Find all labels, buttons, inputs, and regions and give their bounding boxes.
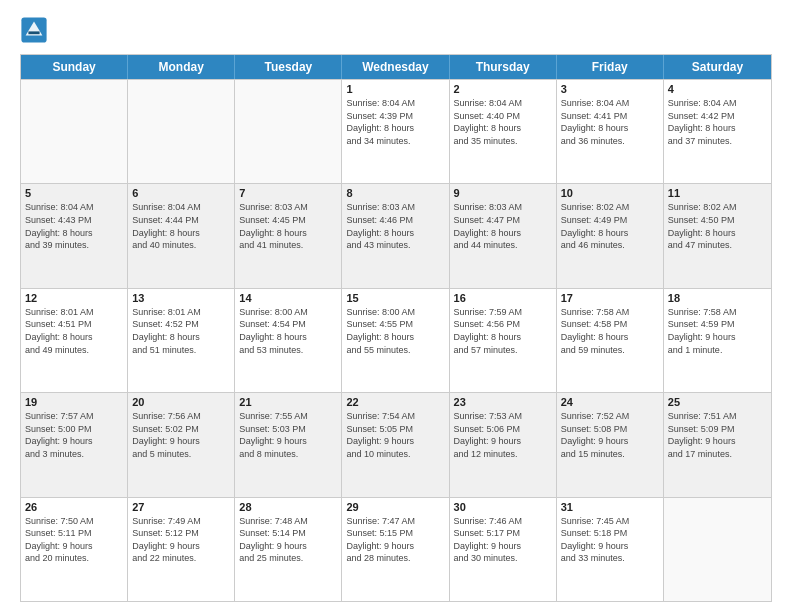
day-number: 18 [668,292,767,304]
day-number: 17 [561,292,659,304]
day-info: Sunrise: 8:02 AM Sunset: 4:50 PM Dayligh… [668,201,767,251]
day-info: Sunrise: 8:01 AM Sunset: 4:51 PM Dayligh… [25,306,123,356]
cal-cell: 15Sunrise: 8:00 AM Sunset: 4:55 PM Dayli… [342,289,449,392]
day-info: Sunrise: 7:59 AM Sunset: 4:56 PM Dayligh… [454,306,552,356]
day-number: 11 [668,187,767,199]
day-number: 2 [454,83,552,95]
cal-cell: 9Sunrise: 8:03 AM Sunset: 4:47 PM Daylig… [450,184,557,287]
day-info: Sunrise: 7:55 AM Sunset: 5:03 PM Dayligh… [239,410,337,460]
day-info: Sunrise: 8:04 AM Sunset: 4:40 PM Dayligh… [454,97,552,147]
cal-cell: 26Sunrise: 7:50 AM Sunset: 5:11 PM Dayli… [21,498,128,601]
cal-cell: 22Sunrise: 7:54 AM Sunset: 5:05 PM Dayli… [342,393,449,496]
weekday-header-thursday: Thursday [450,55,557,79]
cal-cell: 19Sunrise: 7:57 AM Sunset: 5:00 PM Dayli… [21,393,128,496]
cal-cell: 14Sunrise: 8:00 AM Sunset: 4:54 PM Dayli… [235,289,342,392]
day-info: Sunrise: 7:47 AM Sunset: 5:15 PM Dayligh… [346,515,444,565]
page: SundayMondayTuesdayWednesdayThursdayFrid… [0,0,792,612]
day-info: Sunrise: 8:04 AM Sunset: 4:41 PM Dayligh… [561,97,659,147]
calendar-body: 1Sunrise: 8:04 AM Sunset: 4:39 PM Daylig… [21,79,771,601]
cal-cell: 28Sunrise: 7:48 AM Sunset: 5:14 PM Dayli… [235,498,342,601]
cal-cell: 1Sunrise: 8:04 AM Sunset: 4:39 PM Daylig… [342,80,449,183]
cal-cell: 8Sunrise: 8:03 AM Sunset: 4:46 PM Daylig… [342,184,449,287]
day-info: Sunrise: 8:00 AM Sunset: 4:55 PM Dayligh… [346,306,444,356]
cal-cell: 3Sunrise: 8:04 AM Sunset: 4:41 PM Daylig… [557,80,664,183]
day-number: 16 [454,292,552,304]
cal-cell [235,80,342,183]
cal-cell: 20Sunrise: 7:56 AM Sunset: 5:02 PM Dayli… [128,393,235,496]
day-info: Sunrise: 8:04 AM Sunset: 4:39 PM Dayligh… [346,97,444,147]
day-info: Sunrise: 7:48 AM Sunset: 5:14 PM Dayligh… [239,515,337,565]
day-number: 15 [346,292,444,304]
cal-row-1: 1Sunrise: 8:04 AM Sunset: 4:39 PM Daylig… [21,79,771,183]
cal-cell [664,498,771,601]
day-info: Sunrise: 8:03 AM Sunset: 4:45 PM Dayligh… [239,201,337,251]
day-info: Sunrise: 7:45 AM Sunset: 5:18 PM Dayligh… [561,515,659,565]
day-info: Sunrise: 7:56 AM Sunset: 5:02 PM Dayligh… [132,410,230,460]
cal-cell: 29Sunrise: 7:47 AM Sunset: 5:15 PM Dayli… [342,498,449,601]
day-number: 27 [132,501,230,513]
svg-rect-2 [28,31,39,34]
weekday-header-monday: Monday [128,55,235,79]
calendar-header: SundayMondayTuesdayWednesdayThursdayFrid… [21,55,771,79]
weekday-header-sunday: Sunday [21,55,128,79]
cal-cell [21,80,128,183]
day-number: 10 [561,187,659,199]
day-info: Sunrise: 8:03 AM Sunset: 4:47 PM Dayligh… [454,201,552,251]
day-number: 22 [346,396,444,408]
day-info: Sunrise: 8:00 AM Sunset: 4:54 PM Dayligh… [239,306,337,356]
calendar: SundayMondayTuesdayWednesdayThursdayFrid… [20,54,772,602]
cal-cell: 30Sunrise: 7:46 AM Sunset: 5:17 PM Dayli… [450,498,557,601]
day-number: 8 [346,187,444,199]
day-info: Sunrise: 8:01 AM Sunset: 4:52 PM Dayligh… [132,306,230,356]
day-info: Sunrise: 7:58 AM Sunset: 4:58 PM Dayligh… [561,306,659,356]
cal-row-2: 5Sunrise: 8:04 AM Sunset: 4:43 PM Daylig… [21,183,771,287]
day-number: 21 [239,396,337,408]
day-number: 30 [454,501,552,513]
day-info: Sunrise: 8:04 AM Sunset: 4:42 PM Dayligh… [668,97,767,147]
day-number: 4 [668,83,767,95]
day-number: 23 [454,396,552,408]
day-number: 14 [239,292,337,304]
day-info: Sunrise: 8:02 AM Sunset: 4:49 PM Dayligh… [561,201,659,251]
weekday-header-friday: Friday [557,55,664,79]
day-info: Sunrise: 7:46 AM Sunset: 5:17 PM Dayligh… [454,515,552,565]
day-number: 25 [668,396,767,408]
cal-cell: 27Sunrise: 7:49 AM Sunset: 5:12 PM Dayli… [128,498,235,601]
day-info: Sunrise: 8:04 AM Sunset: 4:43 PM Dayligh… [25,201,123,251]
day-info: Sunrise: 7:52 AM Sunset: 5:08 PM Dayligh… [561,410,659,460]
day-info: Sunrise: 7:49 AM Sunset: 5:12 PM Dayligh… [132,515,230,565]
day-number: 5 [25,187,123,199]
cal-cell: 4Sunrise: 8:04 AM Sunset: 4:42 PM Daylig… [664,80,771,183]
day-number: 29 [346,501,444,513]
day-number: 12 [25,292,123,304]
day-number: 1 [346,83,444,95]
day-number: 20 [132,396,230,408]
day-number: 24 [561,396,659,408]
day-number: 6 [132,187,230,199]
cal-cell: 13Sunrise: 8:01 AM Sunset: 4:52 PM Dayli… [128,289,235,392]
cal-cell: 11Sunrise: 8:02 AM Sunset: 4:50 PM Dayli… [664,184,771,287]
day-info: Sunrise: 8:04 AM Sunset: 4:44 PM Dayligh… [132,201,230,251]
day-info: Sunrise: 7:51 AM Sunset: 5:09 PM Dayligh… [668,410,767,460]
cal-cell: 6Sunrise: 8:04 AM Sunset: 4:44 PM Daylig… [128,184,235,287]
weekday-header-wednesday: Wednesday [342,55,449,79]
cal-row-5: 26Sunrise: 7:50 AM Sunset: 5:11 PM Dayli… [21,497,771,601]
cal-cell: 5Sunrise: 8:04 AM Sunset: 4:43 PM Daylig… [21,184,128,287]
cal-cell: 7Sunrise: 8:03 AM Sunset: 4:45 PM Daylig… [235,184,342,287]
day-info: Sunrise: 7:58 AM Sunset: 4:59 PM Dayligh… [668,306,767,356]
day-number: 3 [561,83,659,95]
cal-cell: 24Sunrise: 7:52 AM Sunset: 5:08 PM Dayli… [557,393,664,496]
day-number: 26 [25,501,123,513]
cal-row-3: 12Sunrise: 8:01 AM Sunset: 4:51 PM Dayli… [21,288,771,392]
weekday-header-tuesday: Tuesday [235,55,342,79]
cal-cell: 12Sunrise: 8:01 AM Sunset: 4:51 PM Dayli… [21,289,128,392]
day-info: Sunrise: 7:54 AM Sunset: 5:05 PM Dayligh… [346,410,444,460]
cal-cell [128,80,235,183]
cal-cell: 2Sunrise: 8:04 AM Sunset: 4:40 PM Daylig… [450,80,557,183]
cal-cell: 18Sunrise: 7:58 AM Sunset: 4:59 PM Dayli… [664,289,771,392]
cal-cell: 16Sunrise: 7:59 AM Sunset: 4:56 PM Dayli… [450,289,557,392]
cal-cell: 10Sunrise: 8:02 AM Sunset: 4:49 PM Dayli… [557,184,664,287]
day-number: 19 [25,396,123,408]
day-number: 9 [454,187,552,199]
day-info: Sunrise: 7:57 AM Sunset: 5:00 PM Dayligh… [25,410,123,460]
